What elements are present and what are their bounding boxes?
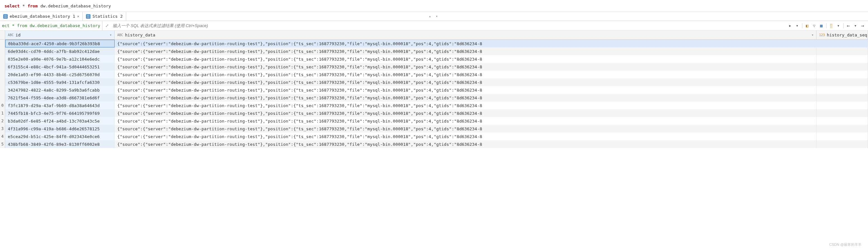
column-headers: ABC id ▾ ABC history_data ▾ 123 history_… bbox=[5, 31, 868, 40]
funnel-icon[interactable]: ▽ bbox=[811, 23, 817, 29]
cell-history-data[interactable]: {"source":{"server":"debezium-dw-partiti… bbox=[115, 63, 816, 71]
cell-history-data[interactable]: {"source":{"server":"debezium-dw-partiti… bbox=[115, 102, 816, 109]
cell-id[interactable]: e5cea29d-b51c-425e-84f0-d023434e0ce6 bbox=[5, 133, 115, 140]
row-number[interactable] bbox=[0, 63, 5, 71]
close-icon[interactable]: ✕ bbox=[77, 14, 80, 18]
cell-history-data[interactable]: {"source":{"server":"debezium-dw-partiti… bbox=[115, 109, 816, 117]
cell-history-data-seq[interactable] bbox=[816, 63, 868, 71]
sql-editor[interactable]: select * from dw.debezium_database_histo… bbox=[0, 0, 868, 12]
cell-id[interactable]: 20de1a03-ef90-4433-8b46-c25d6756070d bbox=[5, 71, 115, 78]
cell-history-data[interactable]: {"source":{"server":"debezium-dw-partiti… bbox=[115, 86, 816, 94]
text-type-icon: ABC bbox=[117, 33, 123, 37]
table-row[interactable]: 34247982-4822-4a8c-8299-5a9b3a6fcabb{"so… bbox=[5, 86, 868, 94]
cell-history-data[interactable]: {"source":{"server":"debezium-dw-partiti… bbox=[115, 94, 816, 102]
cell-id[interactable]: c53679be-1d8e-4555-9a94-131afcfa6330 bbox=[5, 78, 115, 86]
expand-icon[interactable]: ⤢ bbox=[104, 23, 110, 28]
cell-history-data-seq[interactable] bbox=[816, 102, 868, 109]
table-row[interactable]: 6de93d4c-cd70-4ddc-a7fb-8ab92c412dae{"so… bbox=[5, 48, 868, 55]
row-number[interactable]: 1 bbox=[0, 109, 5, 117]
grid-icon bbox=[86, 14, 90, 19]
collapse-carets-icon[interactable]: ▴ ▾ bbox=[429, 14, 439, 18]
cell-history-data-seq[interactable] bbox=[816, 40, 868, 48]
row-number[interactable]: 0 bbox=[0, 102, 5, 109]
cell-history-data[interactable]: {"source":{"server":"debezium-dw-partiti… bbox=[115, 40, 816, 48]
tab-statistics[interactable]: Statistics 2 bbox=[83, 12, 126, 21]
row-number[interactable] bbox=[0, 40, 5, 48]
row-number[interactable]: 5 bbox=[0, 140, 5, 148]
row-number[interactable] bbox=[0, 48, 5, 55]
tab-results[interactable]: ebezium_database_history 1 ✕ bbox=[0, 12, 83, 21]
filter-input[interactable] bbox=[112, 22, 786, 29]
cell-id[interactable]: 7621f5e4-f595-4dee-a3d8-d667381e6d6f bbox=[5, 94, 115, 102]
panel-config-icon[interactable]: ◧ bbox=[804, 23, 810, 29]
save-icon[interactable]: ▦ bbox=[818, 23, 824, 29]
row-number[interactable]: 4 bbox=[0, 133, 5, 140]
grid-icon bbox=[3, 14, 8, 19]
text-type-icon: ABC bbox=[8, 33, 13, 37]
row-number[interactable]: 3 bbox=[0, 125, 5, 133]
cell-id[interactable]: 6f3155c4-e88c-4bcf-941a-5d0444653251 bbox=[5, 63, 115, 71]
cell-id[interactable]: 34247982-4822-4a8c-8299-5a9b3a6fcabb bbox=[5, 86, 115, 94]
cell-history-data-seq[interactable] bbox=[816, 86, 868, 94]
dropdown-icon[interactable]: ▾ bbox=[852, 23, 858, 29]
cell-id[interactable]: 0bba330d-ace7-4250-abde-9b3f26b393b8 bbox=[5, 40, 115, 48]
row-number[interactable] bbox=[0, 78, 5, 86]
cell-history-data[interactable]: {"source":{"server":"debezium-dw-partiti… bbox=[115, 125, 816, 133]
cell-history-data[interactable]: {"source":{"server":"debezium-dw-partiti… bbox=[115, 71, 816, 78]
apply-filter-icon[interactable]: ▶ bbox=[787, 23, 793, 29]
cell-id[interactable]: 035e2e00-a90e-4076-9e7b-a12c104e6edc bbox=[5, 55, 115, 63]
nav-forward-icon[interactable]: → bbox=[860, 23, 865, 29]
table-name: dw.debezium_database_history bbox=[40, 4, 111, 8]
column-header-history-data[interactable]: ABC history_data ▾ bbox=[115, 31, 816, 39]
row-number[interactable] bbox=[0, 86, 5, 94]
cell-history-data[interactable]: {"source":{"server":"debezium-dw-partiti… bbox=[115, 55, 816, 63]
cell-history-data[interactable]: {"source":{"server":"debezium-dw-partiti… bbox=[115, 78, 816, 86]
cell-history-data-seq[interactable] bbox=[816, 109, 868, 117]
table-row[interactable]: e5cea29d-b51c-425e-84f0-d023434e0ce6{"so… bbox=[5, 133, 868, 140]
cell-history-data-seq[interactable] bbox=[816, 71, 868, 78]
table-row[interactable]: 4f31a996-c99a-419a-b686-4d6e26578125{"so… bbox=[5, 125, 868, 133]
cell-history-data-seq[interactable] bbox=[816, 140, 868, 148]
cell-history-data-seq[interactable] bbox=[816, 133, 868, 140]
nav-back-icon[interactable]: ← bbox=[845, 23, 851, 29]
column-label: id bbox=[16, 33, 21, 37]
filter-icon[interactable]: ▾ bbox=[110, 33, 112, 37]
cell-history-data-seq[interactable] bbox=[816, 125, 868, 133]
table-row[interactable]: f3fc1879-d29a-43af-9b69-d8a38a64643d{"so… bbox=[5, 102, 868, 109]
table-row[interactable]: 438bfb68-3849-42f6-89e3-8130ff6002e8{"so… bbox=[5, 140, 868, 148]
table-row[interactable]: 20de1a03-ef90-4433-8b46-c25d6756070d{"so… bbox=[5, 71, 868, 78]
row-number[interactable] bbox=[0, 94, 5, 102]
dropdown-icon[interactable]: ▾ bbox=[835, 23, 841, 29]
cell-id[interactable]: 7445fb18-bfc3-4e75-9f76-664195799f69 bbox=[5, 109, 115, 117]
column-header-id[interactable]: ABC id ▾ bbox=[5, 31, 115, 39]
cell-history-data-seq[interactable] bbox=[816, 117, 868, 125]
table-row[interactable]: 035e2e00-a90e-4076-9e7b-a12c104e6edc{"so… bbox=[5, 55, 868, 63]
row-number[interactable] bbox=[0, 55, 5, 63]
cell-id[interactable]: 438bfb68-3849-42f6-89e3-8130ff6002e8 bbox=[5, 140, 115, 148]
cell-id[interactable]: b3da02df-6e85-4f24-a4bd-13c703a43c5e bbox=[5, 117, 115, 125]
table-row[interactable]: c53679be-1d8e-4555-9a94-131afcfa6330{"so… bbox=[5, 78, 868, 86]
table-row[interactable]: 7621f5e4-f595-4dee-a3d8-d667381e6d6f{"so… bbox=[5, 94, 868, 102]
cell-history-data-seq[interactable] bbox=[816, 55, 868, 63]
cell-history-data[interactable]: {"source":{"server":"debezium-dw-partiti… bbox=[115, 48, 816, 55]
cell-history-data-seq[interactable] bbox=[816, 78, 868, 86]
cell-history-data[interactable]: {"source":{"server":"debezium-dw-partiti… bbox=[115, 140, 816, 148]
table-row[interactable]: b3da02df-6e85-4f24-a4bd-13c703a43c5e{"so… bbox=[5, 117, 868, 125]
cell-history-data[interactable]: {"source":{"server":"debezium-dw-partiti… bbox=[115, 133, 816, 140]
table-row[interactable]: 7445fb18-bfc3-4e75-9f76-664195799f69{"so… bbox=[5, 109, 868, 117]
column-header-history-data-seq[interactable]: 123 history_data_seq bbox=[816, 31, 868, 39]
cell-id[interactable]: 6de93d4c-cd70-4ddc-a7fb-8ab92c412dae bbox=[5, 48, 115, 55]
cell-history-data-seq[interactable] bbox=[816, 94, 868, 102]
cell-id[interactable]: 4f31a996-c99a-419a-b686-4d6e26578125 bbox=[5, 125, 115, 133]
cell-history-data[interactable]: {"source":{"server":"debezium-dw-partiti… bbox=[115, 117, 816, 125]
cell-id[interactable]: f3fc1879-d29a-43af-9b69-d8a38a64643d bbox=[5, 102, 115, 109]
cell-history-data-seq[interactable] bbox=[816, 48, 868, 55]
row-number[interactable]: 2 bbox=[0, 117, 5, 125]
table-row[interactable]: 0bba330d-ace7-4250-abde-9b3f26b393b8{"so… bbox=[5, 40, 868, 48]
settings-icon[interactable]: ⣿ bbox=[828, 23, 834, 29]
row-number[interactable] bbox=[0, 71, 5, 78]
history-dropdown-icon[interactable]: ▾ bbox=[794, 23, 800, 29]
tab-label: Statistics 2 bbox=[92, 14, 123, 19]
filter-icon[interactable]: ▾ bbox=[811, 33, 814, 37]
table-row[interactable]: 6f3155c4-e88c-4bcf-941a-5d0444653251{"so… bbox=[5, 63, 868, 71]
